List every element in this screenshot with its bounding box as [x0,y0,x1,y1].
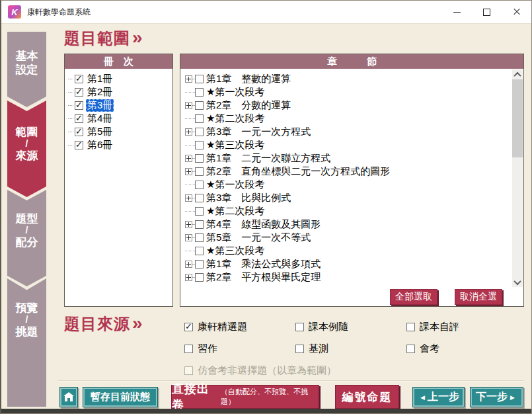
volume-label[interactable]: 第4冊 [86,112,114,125]
chapter-label[interactable]: 第3章 一元一次方程式 [206,126,311,138]
expand-plus-icon[interactable] [185,75,192,83]
tree-item-chapter[interactable]: 第4章 線型函數及其圖形 [185,218,512,231]
exam-checkbox[interactable] [195,181,204,189]
source-checkbox[interactable] [295,323,304,331]
scroll-down-icon[interactable] [512,277,523,287]
volume-checkbox[interactable] [75,114,83,123]
tree-item-exam[interactable]: ★第三次段考 [185,244,512,257]
chapter-checkbox[interactable] [195,167,204,176]
exam-checkbox[interactable] [195,247,204,255]
save-current-state-button[interactable]: 暫存目前狀態 [83,387,158,407]
source-checkbox[interactable] [184,345,193,353]
chapter-checkbox[interactable] [195,233,204,242]
chapter-checkbox[interactable] [195,194,204,202]
source-option-kanghsuan-selected[interactable]: 康軒精選題 [184,321,247,333]
expand-plus-icon[interactable] [185,102,192,109]
maximize-button[interactable] [472,1,502,23]
sidebar-tab-basic-settings[interactable]: 基本 設定 [7,32,46,107]
chapter-label[interactable]: 第2章 分數的運算 [206,99,291,112]
chapter-label[interactable]: 第1章 二元一次聯立方程式 [206,152,330,165]
scroll-up-icon[interactable] [512,69,523,79]
exam-checkbox[interactable] [195,207,204,216]
exam-label[interactable]: ★第二次段考 [206,205,264,218]
tree-item-exam[interactable]: ★第一次段考 [185,85,512,99]
numbered-question-button[interactable]: 編號命題 [335,385,399,409]
exam-checkbox[interactable] [195,114,204,123]
volume-item[interactable]: 第5冊 [68,125,172,138]
tree-item-chapter[interactable]: 第5章 一元一次不等式 [185,231,512,244]
tree-item-chapter[interactable]: 第3章 比與比例式 [185,191,512,204]
tree-item-chapter[interactable]: 第2章 分數的運算 [185,99,512,112]
select-all-button[interactable]: 全部選取 [390,289,437,305]
source-option-textbook-examples[interactable]: 課本例隨 [295,321,348,333]
expand-plus-icon[interactable] [185,261,192,268]
chapter-label[interactable]: 第4章 線型函數及其圖形 [206,218,321,231]
chapter-label[interactable]: 第3章 比與比例式 [206,192,291,204]
exam-checkbox[interactable] [195,141,204,149]
exam-label[interactable]: ★第二次段考 [206,112,264,125]
source-option-textbook-selfeval[interactable]: 課本自評 [406,321,459,333]
scrollbar-thumb[interactable] [512,79,523,157]
tree-item-exam[interactable]: ★第一次段考 [185,178,512,191]
source-option-basic-test[interactable]: 基測 [295,343,328,355]
chapter-label[interactable]: 第2章 直角坐標與二元一次方程式的圖形 [206,165,390,178]
volume-label[interactable]: 第5冊 [86,126,114,138]
expand-plus-icon[interactable] [185,128,192,136]
expand-plus-icon[interactable] [185,194,192,202]
expand-plus-icon[interactable] [185,155,192,162]
volume-checkbox[interactable] [75,128,83,136]
source-checkbox[interactable] [406,345,415,353]
volume-item[interactable]: 第2冊 [68,85,172,99]
volume-item[interactable]: 第6冊 [68,138,172,151]
exam-label[interactable]: ★第三次段考 [206,139,264,151]
tree-item-chapter[interactable]: 第2章 直角坐標與二元一次方程式的圖形 [185,165,512,178]
direct-generate-exam-button[interactable]: 直接出卷 （自動配分、不預覽、不挑題） [171,385,319,409]
deselect-all-button[interactable]: 取消全選 [455,289,502,305]
tree-item-chapter[interactable]: 第1章 乘法公式與多項式 [185,257,512,270]
source-checkbox[interactable] [406,323,415,331]
volume-label[interactable]: 第6冊 [86,139,114,151]
chapter-checkbox[interactable] [195,260,204,269]
tree-scrollbar[interactable] [512,69,523,287]
source-checkbox[interactable] [184,323,193,331]
sidebar-tab-preview-pick[interactable]: 預覽 / 挑題 [7,278,46,407]
expand-plus-icon[interactable] [185,274,192,281]
expand-plus-icon[interactable] [185,221,192,228]
next-step-button[interactable]: 下一步 ▶ [470,387,523,407]
source-option-comprehensive-exam[interactable]: 會考 [406,343,439,355]
volume-label[interactable]: 第2冊 [86,86,114,99]
chapter-checkbox[interactable] [195,154,204,163]
tree-item-chapter[interactable]: 第1章 整數的運算 [185,72,512,85]
tree-item-chapter[interactable]: 第1章 二元一次聯立方程式 [185,151,512,165]
tree-item-chapter[interactable]: 第3章 一元一次方程式 [185,125,512,138]
source-option-workbook[interactable]: 習作 [184,343,217,355]
sidebar-tab-range-source[interactable]: 範圍 / 來源 [7,101,46,197]
volume-checkbox[interactable] [75,75,83,83]
chapter-checkbox[interactable] [195,75,204,83]
home-button[interactable] [59,387,78,407]
source-checkbox[interactable] [295,345,304,353]
exam-label[interactable]: ★第三次段考 [206,245,264,257]
volume-item[interactable]: 第1冊 [68,72,172,85]
chapter-checkbox[interactable] [195,220,204,229]
tree-item-exam[interactable]: ★第三次段考 [185,138,512,151]
chapter-checkbox[interactable] [195,273,204,282]
chapter-checkbox[interactable] [195,128,204,136]
tree-item-exam[interactable]: ★第二次段考 [185,204,512,218]
exam-checkbox[interactable] [195,88,204,97]
volume-item[interactable]: 第4冊 [68,112,172,125]
volume-item-selected[interactable]: 第3冊 [68,99,172,112]
volume-label[interactable]: 第1冊 [86,73,114,85]
exam-label[interactable]: ★第一次段考 [206,86,264,99]
exam-label[interactable]: ★第一次段考 [206,179,264,191]
tree-item-exam[interactable]: ★第二次段考 [185,112,512,125]
sidebar-tab-question-type-score[interactable]: 題型 / 配分 [7,190,46,286]
previous-step-button[interactable]: ◀ 上一步 [412,387,465,407]
volume-checkbox[interactable] [75,88,83,97]
chapter-label[interactable]: 第1章 乘法公式與多項式 [206,258,321,270]
expand-plus-icon[interactable] [185,234,192,241]
chapter-label[interactable]: 第2章 平方根與畢氏定理 [206,271,321,284]
chapter-checkbox[interactable] [195,101,204,110]
close-button[interactable] [502,1,531,23]
volume-label[interactable]: 第3冊 [86,99,114,112]
